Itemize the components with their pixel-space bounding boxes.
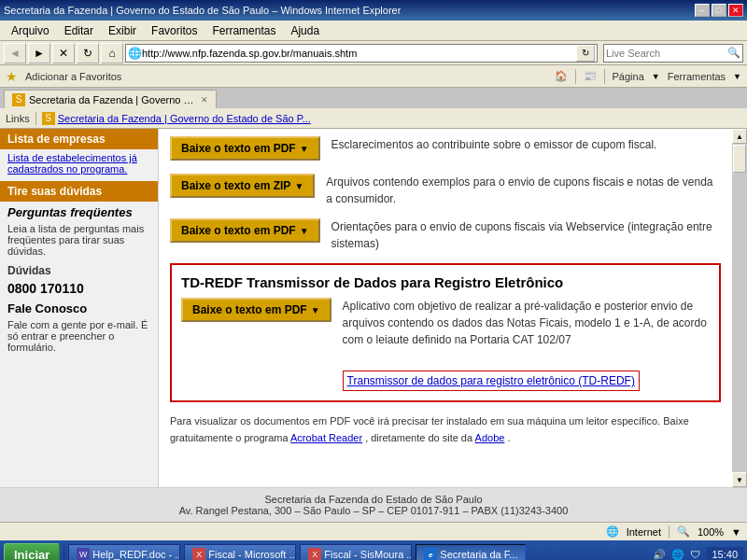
home-button[interactable]: ⌂ <box>101 43 123 63</box>
stop-button[interactable]: ✕ <box>52 43 75 63</box>
active-tab[interactable]: S Secretaria da Fazenda | Governo do Est… <box>4 90 217 108</box>
system-time: 15:40 <box>706 547 743 560</box>
tray-icon-sound: 🔊 <box>653 549 666 561</box>
scroll-down-button[interactable]: ▼ <box>732 472 747 487</box>
minimize-button[interactable]: – <box>695 4 710 17</box>
title-bar: Secretaria da Fazenda | Governo do Estad… <box>0 0 747 21</box>
sidebar-perguntas-heading: Perguntas freqüentes <box>0 202 158 221</box>
taskbar-fiscal1-label: Fiscal - Microsoft ... <box>208 549 296 560</box>
download-btn-4[interactable]: Baixe o texto em PDF ▼ <box>181 298 331 322</box>
taskbar-fiscal1-icon: X <box>192 548 205 560</box>
taskbar-item-secretaria[interactable]: e Secretaria da F... <box>416 544 526 560</box>
sidebar-duvidas-heading: Dúvidas <box>0 260 158 279</box>
sidebar-perguntas-text: Leia a lista de perguntas mais freqüente… <box>0 221 158 260</box>
forward-button[interactable]: ► <box>28 43 50 63</box>
close-button[interactable]: ✕ <box>728 4 743 17</box>
scroll-thumb[interactable] <box>733 145 746 173</box>
zoom-dropdown-icon: ▼ <box>731 526 741 538</box>
tray-icon-network: 🌐 <box>671 549 684 561</box>
download-btn-3-label: Baixe o texto em PDF <box>181 224 296 237</box>
zoom-icon: 🔍 <box>677 525 690 538</box>
status-right: 🌐 Internet 🔍 100% ▼ <box>606 525 741 539</box>
status-bar: 🌐 Internet 🔍 100% ▼ <box>0 522 747 540</box>
links-label: Links <box>6 113 30 124</box>
download-btn-1[interactable]: Baixe o texto em PDF ▼ <box>170 136 320 161</box>
featured-inner: Baixe o texto em PDF ▼ Aplicativo com ob… <box>181 298 710 391</box>
tab-label: Secretaria da Fazenda | Governo do Estad… <box>29 94 197 105</box>
add-favorites-star[interactable]: ★ <box>6 69 18 84</box>
toolbar-home-icon[interactable]: 🏠 <box>555 70 568 82</box>
start-button[interactable]: Iniciar <box>4 543 60 560</box>
divider2 <box>604 69 605 84</box>
scrollbar: ▲ ▼ <box>732 129 747 487</box>
menu-favoritos[interactable]: Favoritos <box>144 22 204 39</box>
menu-exibir[interactable]: Exibir <box>101 22 144 39</box>
sidebar: Lista de empresas Lista de estabelecimen… <box>0 129 159 487</box>
content-text-1: Esclarecimentos ao contribuinte sobre o … <box>331 136 721 153</box>
back-button[interactable]: ◄ <box>4 43 26 63</box>
taskbar-help-icon: W <box>77 548 90 560</box>
download-icon-4: ▼ <box>311 305 320 315</box>
download-btn-4-label: Baixe o texto em PDF <box>192 303 307 316</box>
address-bar: 🌐 ↻ <box>125 44 598 63</box>
status-divider <box>669 525 669 539</box>
menu-ferramentas[interactable]: Ferramentas <box>204 22 283 39</box>
navigation-bar: ◄ ► ✕ ↻ ⌂ 🌐 ↻ 🔍 <box>0 41 747 65</box>
featured-link[interactable]: Transmissor de dados para registro eletr… <box>343 371 640 391</box>
content-row-1: Baixe o texto em PDF ▼ Esclarecimentos a… <box>170 136 721 162</box>
favorites-bar-link[interactable]: Secretaria da Fazenda | Governo do Estad… <box>58 113 311 124</box>
taskbar: Iniciar W Help_REDF.doc - ... X Fiscal -… <box>0 540 747 560</box>
window-title: Secretaria da Fazenda | Governo do Estad… <box>4 5 401 16</box>
ferramentas-dropdown-icon: ▼ <box>733 72 741 81</box>
download-btn-2[interactable]: Baixe o texto em ZIP ▼ <box>170 174 315 198</box>
taskbar-item-help[interactable]: W Help_REDF.doc - ... <box>68 544 180 560</box>
page-icon: 🌐 <box>128 47 142 60</box>
toolbar-pagina-label[interactable]: Página <box>613 71 644 82</box>
divider <box>575 69 576 84</box>
add-favorites-label[interactable]: Adicionar a Favoritos <box>25 71 121 82</box>
taskbar-item-fiscal1[interactable]: X Fiscal - Microsoft ... <box>184 544 296 560</box>
search-bar: 🔍 <box>603 44 743 63</box>
taskbar-ie-icon: e <box>424 548 437 560</box>
scroll-up-button[interactable]: ▲ <box>732 129 747 144</box>
menu-ajuda[interactable]: Ajuda <box>283 22 327 39</box>
download-btn-3[interactable]: Baixe o texto em PDF ▼ <box>170 218 320 243</box>
taskbar-item-fiscal2[interactable]: X Fiscal - SisMoura ... <box>300 544 412 560</box>
window-controls: – □ ✕ <box>695 4 743 17</box>
content-text-2: Arquivos contendo exemplos para o envio … <box>326 174 721 207</box>
tab-close-button[interactable]: ✕ <box>201 95 208 105</box>
featured-box: TD-REDF Transmissor de Dados para Regist… <box>170 263 721 402</box>
menu-editar[interactable]: Editar <box>57 22 101 39</box>
download-icon-3: ▼ <box>300 226 309 236</box>
download-icon-1: ▼ <box>300 144 309 154</box>
favorites-bar-favicon: S <box>42 112 55 125</box>
toolbar-rss-icon[interactable]: 📰 <box>584 70 597 82</box>
search-input[interactable] <box>606 48 727 59</box>
status-icon: 🌐 <box>606 525 619 538</box>
download-btn-2-label: Baixe o texto em ZIP <box>181 179 290 192</box>
download-icon-2: ▼ <box>294 181 303 191</box>
tray-icon-shield: 🛡 <box>690 549 700 560</box>
acrobat-reader-link[interactable]: Acrobat Reader <box>290 432 362 443</box>
tabs-bar: S Secretaria da Fazenda | Governo do Est… <box>0 88 747 108</box>
sidebar-section-duvidas: Tire suas dúvidas <box>0 181 158 202</box>
address-input[interactable] <box>142 48 576 59</box>
zoom-level: 100% <box>698 526 724 538</box>
status-internet: Internet <box>627 526 661 538</box>
site-footer: Secretaria da Fazenda do Estado de São P… <box>0 487 747 522</box>
sidebar-link-estabelecimentos[interactable]: Lista de estabelecimentos já cadastrados… <box>0 149 158 177</box>
footer-text-2: , diretamente do site da <box>365 432 472 443</box>
featured-description: Aplicativo com objetivo de realizar a pr… <box>343 298 710 391</box>
sidebar-faleconosco-text: Fale com a gente por e-mail. É só entrar… <box>0 317 158 357</box>
refresh-button[interactable]: ↻ <box>77 43 99 63</box>
content-text-3: Orientações para o envio de cupons fisca… <box>331 218 721 252</box>
toolbar-ferramentas-label[interactable]: Ferramentas <box>668 71 726 82</box>
address-refresh-button[interactable]: ↻ <box>576 45 595 62</box>
maximize-button[interactable]: □ <box>712 4 726 17</box>
menu-arquivo[interactable]: Arquivo <box>4 22 57 39</box>
favorites-toolbar: ★ Adicionar a Favoritos 🏠 📰 Página ▼ Fer… <box>0 65 747 88</box>
adobe-link[interactable]: Adobe <box>475 432 505 443</box>
search-button[interactable]: 🔍 <box>727 47 740 59</box>
taskbar-divider <box>63 544 64 560</box>
scroll-track[interactable] <box>732 144 747 472</box>
